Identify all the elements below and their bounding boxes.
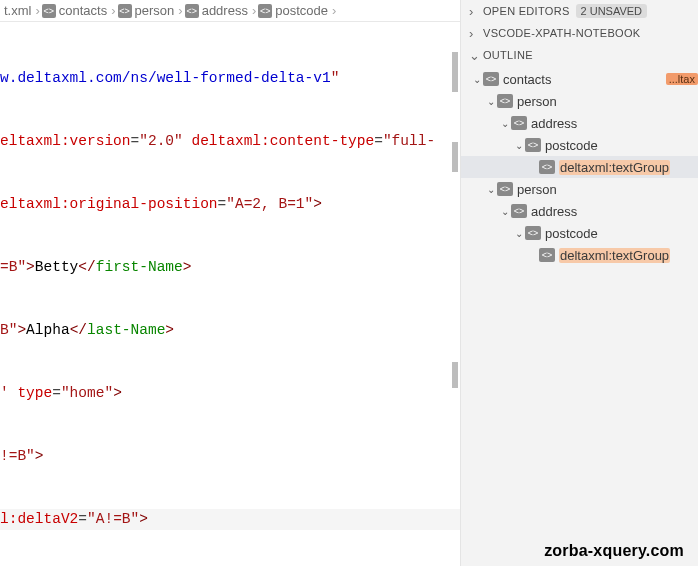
xml-element-icon: <> — [525, 138, 541, 152]
tree-row-textgroup[interactable]: • <> deltaxml:textGroup — [461, 156, 698, 178]
chevron-down-icon: ⌄ — [471, 74, 483, 85]
xml-element-icon: <> — [539, 160, 555, 174]
breadcrumb-item[interactable]: person — [135, 3, 175, 18]
tree-row-person[interactable]: ⌄ <> person — [461, 90, 698, 112]
chevron-right-icon: › — [469, 4, 481, 19]
chevron-down-icon: ⌄ — [469, 48, 481, 63]
xml-element-icon: <> — [497, 94, 513, 108]
sidebar: › OPEN EDITORS 2 UNSAVED › VSCODE-XPATH-… — [460, 0, 698, 566]
tree-row-person[interactable]: ⌄ <> person — [461, 178, 698, 200]
chevron-right-icon: › — [178, 3, 182, 18]
tree-row-contacts[interactable]: ⌄ <> contacts ...ltax — [461, 68, 698, 90]
xml-element-icon: <> — [42, 4, 56, 18]
open-editors-section[interactable]: › OPEN EDITORS 2 UNSAVED — [461, 0, 698, 22]
tree-row-postcode[interactable]: ⌄ <> postcode — [461, 134, 698, 156]
tree-row-address[interactable]: ⌄ <> address — [461, 112, 698, 134]
breadcrumb-item[interactable]: address — [202, 3, 248, 18]
chevron-down-icon: ⌄ — [485, 184, 497, 195]
chevron-down-icon: ⌄ — [485, 96, 497, 107]
chevron-right-icon: › — [469, 26, 481, 41]
xml-element-icon: <> — [185, 4, 199, 18]
tree-row-textgroup[interactable]: • <> deltaxml:textGroup — [461, 244, 698, 266]
chevron-right-icon: › — [332, 3, 336, 18]
xml-element-icon: <> — [525, 226, 541, 240]
chevron-down-icon: ⌄ — [499, 206, 511, 217]
xml-element-icon: <> — [118, 4, 132, 18]
breadcrumb-file[interactable]: t.xml — [4, 3, 31, 18]
breadcrumb[interactable]: t.xml › <>contacts › <>person › <>addres… — [0, 0, 460, 22]
code-editor[interactable]: w.deltaxml.com/ns/well-formed-delta-v1" … — [0, 22, 460, 566]
xml-element-icon: <> — [497, 182, 513, 196]
chevron-down-icon: ⌄ — [513, 140, 525, 151]
outline-section[interactable]: ⌄ OUTLINE — [461, 44, 698, 66]
chevron-right-icon: › — [111, 3, 115, 18]
breadcrumb-item[interactable]: contacts — [59, 3, 107, 18]
editor-pane: t.xml › <>contacts › <>person › <>addres… — [0, 0, 460, 566]
notebook-section[interactable]: › VSCODE-XPATH-NOTEBOOK — [461, 22, 698, 44]
outline-tree: ⌄ <> contacts ...ltax ⌄ <> person ⌄ <> a… — [461, 66, 698, 268]
xml-element-icon: <> — [258, 4, 272, 18]
xml-element-icon: <> — [511, 116, 527, 130]
tree-row-address[interactable]: ⌄ <> address — [461, 200, 698, 222]
chevron-right-icon: › — [35, 3, 39, 18]
xml-element-icon: <> — [511, 204, 527, 218]
xml-element-icon: <> — [539, 248, 555, 262]
chevron-right-icon: › — [252, 3, 256, 18]
tree-row-postcode[interactable]: ⌄ <> postcode — [461, 222, 698, 244]
minimap[interactable] — [448, 22, 460, 542]
file-badge: ...ltax — [666, 73, 698, 85]
unsaved-badge: 2 UNSAVED — [576, 4, 648, 18]
chevron-down-icon: ⌄ — [499, 118, 511, 129]
xml-element-icon: <> — [483, 72, 499, 86]
watermark: zorba-xquery.com — [544, 542, 684, 560]
chevron-down-icon: ⌄ — [513, 228, 525, 239]
breadcrumb-item[interactable]: postcode — [275, 3, 328, 18]
